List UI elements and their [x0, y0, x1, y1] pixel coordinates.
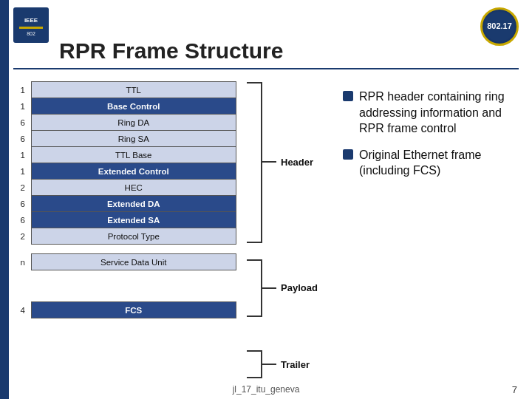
bullet-item-1: RPR header containing ring addressing in…	[343, 89, 517, 137]
table-row: 2 Protocol Type	[15, 228, 236, 245]
svg-rect-0	[13, 7, 49, 43]
trailer-table: 4 FCS	[15, 301, 236, 318]
row-label: Extended SA	[31, 212, 236, 228]
table-row: 6 Extended SA	[15, 212, 236, 228]
row-label: Base Control	[31, 98, 236, 115]
page-title: RPR Frame Structure	[59, 38, 283, 64]
main-content: 1 TTL 1 Base Control 6 Ring DA 6 Ring SA…	[0, 74, 532, 377]
bullet-dot-1	[343, 91, 353, 101]
footer: jl_17_itu_geneva 7	[0, 384, 532, 395]
footer-label: jl_17_itu_geneva	[233, 384, 300, 395]
svg-text:IEEE: IEEE	[24, 17, 38, 24]
row-label: Ring SA	[31, 131, 236, 147]
bullets-area: RPR header containing ring addressing in…	[335, 81, 517, 189]
badge-label: 802.17	[487, 21, 512, 31]
footer-page: 7	[512, 384, 517, 395]
row-label: TTL	[31, 82, 236, 98]
svg-rect-2	[19, 27, 43, 29]
brace-area: Header Payload Trailer	[239, 81, 335, 399]
row-num: 6	[15, 212, 31, 228]
bullet-item-2: Original Ethernet frame (including FCS)	[343, 147, 517, 179]
row-num: 1	[15, 163, 31, 180]
row-num: 1	[15, 98, 31, 115]
trailer-label: FCS	[31, 302, 236, 318]
payload-label: Service Data Unit	[31, 254, 236, 270]
row-label: Protocol Type	[31, 228, 236, 245]
row-num: 6	[15, 115, 31, 131]
svg-text:Payload: Payload	[281, 282, 318, 293]
row-num: 2	[15, 228, 31, 245]
bullet-text-2: Original Ethernet frame (including FCS)	[359, 147, 517, 179]
table-row: 6 Extended DA	[15, 196, 236, 212]
row-num: 6	[15, 196, 31, 212]
row-label: Extended Control	[31, 163, 236, 180]
trailer-num: 4	[15, 302, 31, 318]
bullet-dot-2	[343, 149, 353, 160]
ieee-logo: IEEE 802	[13, 7, 49, 43]
row-num: 2	[15, 180, 31, 196]
bullet-text-1: RPR header containing ring addressing in…	[359, 89, 517, 137]
row-label: TTL Base	[31, 147, 236, 163]
row-num: 1	[15, 82, 31, 98]
table-row: 6 Ring SA	[15, 131, 236, 147]
divider-line	[13, 68, 519, 69]
table-row: 6 Ring DA	[15, 115, 236, 131]
table-row: 1 Base Control	[15, 98, 236, 115]
table-row: 1 TTL Base	[15, 147, 236, 163]
braces-svg: Header Payload Trailer	[239, 81, 328, 399]
row-label: HEC	[31, 180, 236, 196]
frame-table-area: 1 TTL 1 Base Control 6 Ring DA 6 Ring SA…	[15, 81, 236, 318]
svg-text:Header: Header	[281, 157, 313, 168]
table-row: 1 Extended Control	[15, 163, 236, 180]
row-num: 6	[15, 131, 31, 147]
badge-802-17: 802.17	[480, 7, 519, 46]
payload-row: n Service Data Unit	[15, 254, 236, 270]
svg-text:802: 802	[27, 31, 35, 36]
table-row: 1 TTL	[15, 82, 236, 98]
row-num: 1	[15, 147, 31, 163]
frame-table: 1 TTL 1 Base Control 6 Ring DA 6 Ring SA…	[15, 81, 236, 245]
payload-num: n	[15, 254, 31, 270]
svg-text:Trailer: Trailer	[281, 359, 310, 370]
table-row: 2 HEC	[15, 180, 236, 196]
row-label: Ring DA	[31, 115, 236, 131]
trailer-row: 4 FCS	[15, 302, 236, 318]
row-label: Extended DA	[31, 196, 236, 212]
payload-table: n Service Data Unit	[15, 253, 236, 270]
